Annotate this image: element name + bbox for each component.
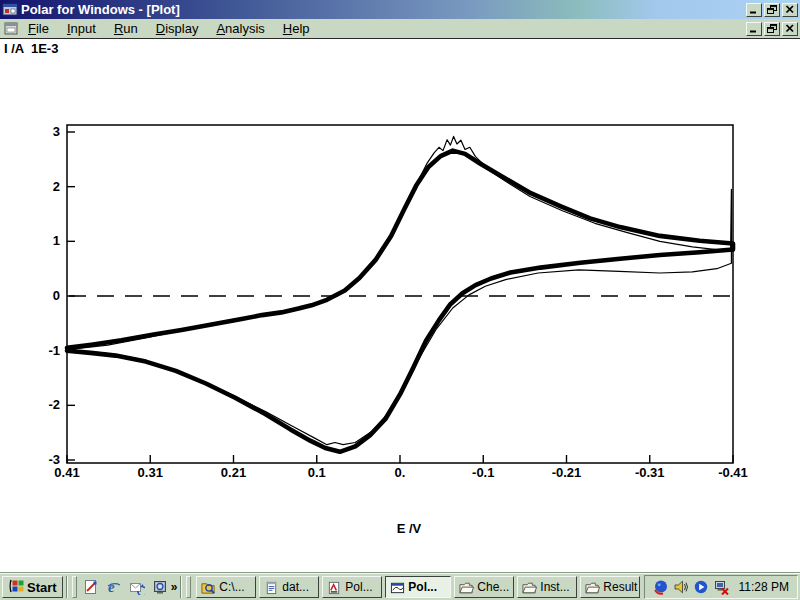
taskbar-clock: 11:28 PM bbox=[739, 580, 789, 594]
y-tick-label: -1 bbox=[24, 343, 60, 359]
child-window-controls bbox=[746, 22, 798, 36]
desktop-screen: Polar for Windows - [Plot] FileInputRunD… bbox=[0, 0, 800, 600]
task-button-inst[interactable]: Inst... bbox=[517, 576, 577, 598]
player-icon bbox=[693, 579, 709, 595]
task-button-label: C:\... bbox=[219, 580, 244, 594]
player-icon[interactable] bbox=[693, 579, 709, 595]
y-tick-label: 3 bbox=[24, 124, 60, 140]
task-button-label: Inst... bbox=[540, 580, 569, 594]
svg-text:e: e bbox=[108, 579, 115, 595]
task-button-result[interactable]: Result bbox=[580, 576, 639, 598]
show-desktop-icon[interactable] bbox=[83, 579, 99, 595]
task-button-dat[interactable]: dat... bbox=[259, 576, 319, 598]
x-tick-label: -0.31 bbox=[627, 466, 673, 480]
plot-frame bbox=[67, 125, 733, 463]
task-button-pol[interactable]: Pol... bbox=[385, 576, 451, 598]
volume-icon bbox=[673, 579, 689, 595]
x-tick-label: 0.1 bbox=[294, 466, 340, 480]
network-offline-icon bbox=[713, 579, 729, 595]
start-label: Start bbox=[27, 580, 57, 595]
task-button-label: Result bbox=[603, 580, 637, 594]
menu-items: FileInputRunDisplayAnalysisHelp bbox=[19, 19, 319, 38]
y-tick-label: 2 bbox=[24, 179, 60, 195]
x-tick-label: -0.41 bbox=[710, 466, 756, 480]
task-button-c[interactable]: C:\... bbox=[196, 576, 256, 598]
toolbar-drag-handle[interactable] bbox=[186, 576, 191, 598]
internet-explorer-icon: e bbox=[106, 579, 122, 595]
menu-item-run[interactable]: Run bbox=[105, 20, 147, 38]
minimize-button[interactable] bbox=[746, 3, 762, 17]
x-axis-title: E /V bbox=[378, 521, 440, 536]
task-button-label: Che... bbox=[477, 580, 509, 594]
task-buttons: C:\...dat...Pol...Pol...Che...Inst...Res… bbox=[196, 576, 639, 598]
network-offline-icon[interactable] bbox=[713, 579, 729, 595]
y-tick-label: 0 bbox=[24, 288, 60, 304]
x-tick-label: 0. bbox=[377, 466, 423, 480]
app-icon[interactable] bbox=[2, 2, 18, 17]
minimize-button[interactable] bbox=[746, 22, 762, 36]
menu-item-file[interactable]: File bbox=[19, 20, 58, 38]
taskbar-separator bbox=[180, 576, 182, 598]
x-tick-label: -0.21 bbox=[544, 466, 590, 480]
taskbar: Start e » C:\...dat...Pol...Pol...Che...… bbox=[0, 573, 800, 600]
task-button-che[interactable]: Che... bbox=[454, 576, 514, 598]
volume-icon[interactable] bbox=[673, 579, 689, 595]
outlook-express-icon bbox=[129, 579, 145, 595]
media-player-icon bbox=[653, 579, 669, 595]
task-button-label: Pol... bbox=[345, 580, 372, 594]
x-tick-label: 0.31 bbox=[127, 466, 173, 480]
internet-explorer-icon[interactable]: e bbox=[106, 579, 122, 595]
windows-flag-icon bbox=[8, 579, 24, 596]
task-button-pol[interactable]: Pol... bbox=[322, 576, 382, 598]
channel-viewer-icon bbox=[152, 579, 168, 595]
x-tick-label: 0.21 bbox=[211, 466, 257, 480]
outlook-express-icon[interactable] bbox=[129, 579, 145, 595]
y-tick-label: -2 bbox=[24, 397, 60, 413]
folder-icon bbox=[522, 580, 537, 595]
channel-viewer-icon[interactable] bbox=[152, 579, 168, 595]
y-tick-label: 1 bbox=[24, 233, 60, 249]
close-button[interactable] bbox=[782, 22, 798, 36]
start-button[interactable]: Start bbox=[2, 576, 63, 598]
task-button-label: Pol... bbox=[408, 580, 437, 594]
folder-icon bbox=[585, 580, 600, 595]
media-player-icon[interactable] bbox=[653, 579, 669, 595]
notepad-icon bbox=[264, 580, 279, 595]
find-folder-icon bbox=[201, 580, 216, 595]
quick-launch-toolbar: e bbox=[80, 579, 171, 595]
window-title: Polar for Windows - [Plot] bbox=[21, 2, 746, 17]
window-controls bbox=[746, 3, 798, 17]
plot-window-icon bbox=[390, 580, 405, 595]
x-tick-label: 0.41 bbox=[44, 466, 90, 480]
folder-icon bbox=[459, 580, 474, 595]
plot-child-window-icon[interactable] bbox=[3, 21, 19, 36]
show-desktop-icon bbox=[83, 579, 99, 595]
experimental-cv-curve bbox=[67, 151, 733, 452]
restore-button[interactable] bbox=[764, 22, 780, 36]
plot-client-area: I /A 1E-3 3210-1-2-3 0.410.310.210.10.-0… bbox=[0, 39, 800, 573]
title-bar: Polar for Windows - [Plot] bbox=[0, 0, 800, 19]
menu-item-help[interactable]: Help bbox=[274, 20, 319, 38]
system-tray: 11:28 PM bbox=[644, 575, 798, 599]
toolbar-drag-handle[interactable] bbox=[72, 576, 77, 598]
x-tick-label: -0.1 bbox=[460, 466, 506, 480]
restore-button[interactable] bbox=[764, 3, 780, 17]
menu-item-display[interactable]: Display bbox=[147, 20, 208, 38]
menu-item-input[interactable]: Input bbox=[58, 20, 105, 38]
menu-bar: FileInputRunDisplayAnalysisHelp bbox=[0, 19, 800, 39]
close-button[interactable] bbox=[782, 3, 798, 17]
quick-launch-overflow-chevron[interactable]: » bbox=[171, 579, 178, 595]
polar-app-icon bbox=[327, 580, 342, 595]
cv-plot-svg bbox=[0, 39, 800, 573]
taskbar-separator bbox=[66, 576, 68, 598]
menu-item-analysis[interactable]: Analysis bbox=[207, 20, 273, 38]
task-button-label: dat... bbox=[282, 580, 309, 594]
